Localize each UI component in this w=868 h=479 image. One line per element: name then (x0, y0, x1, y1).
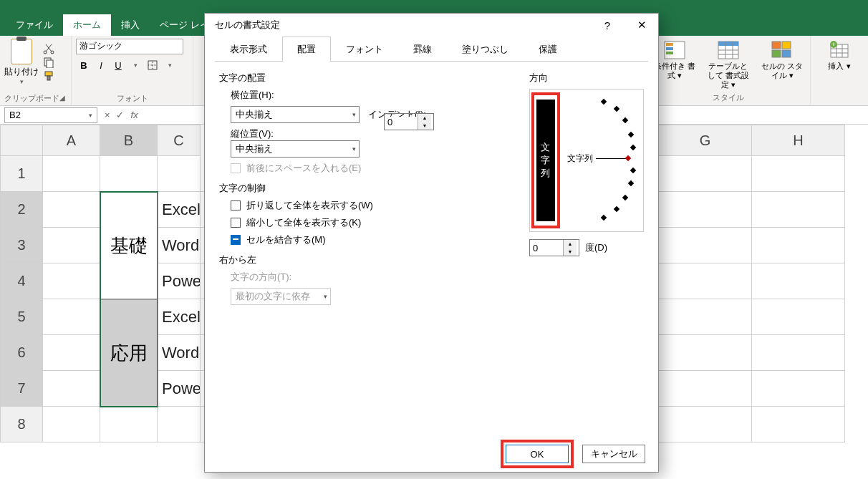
cell-B8[interactable] (100, 407, 158, 442)
degree-down[interactable]: ▼ (564, 248, 577, 256)
ok-button[interactable]: OK (506, 445, 569, 463)
fx-icon[interactable]: fx (131, 110, 138, 120)
merge-checkbox[interactable] (231, 235, 241, 245)
cell-A6[interactable] (43, 335, 100, 371)
name-box-dd-icon[interactable]: ▾ (89, 112, 92, 119)
cell-C8[interactable] (158, 407, 201, 442)
cell-G3[interactable] (659, 228, 752, 263)
cancel-button[interactable]: キャンセル (582, 445, 645, 463)
border-button[interactable] (145, 57, 160, 73)
cell-H1[interactable] (752, 156, 845, 192)
cell-G2[interactable] (659, 192, 752, 228)
cut-icon[interactable] (43, 43, 54, 54)
cell-G5[interactable] (659, 299, 752, 335)
text-direction-label: 文字の方向(T): (231, 271, 291, 284)
underline-button[interactable]: U (110, 57, 126, 73)
copy-icon[interactable] (43, 57, 54, 68)
italic-button[interactable]: I (93, 57, 109, 73)
dial-handle[interactable] (625, 155, 631, 161)
cell-H5[interactable] (752, 299, 845, 335)
row-header-3[interactable]: 3 (0, 228, 43, 263)
cell-H2[interactable] (752, 192, 845, 228)
dlg-tab-border[interactable]: 罫線 (398, 37, 447, 62)
cell-H4[interactable] (752, 263, 845, 299)
degree-up[interactable]: ▲ (564, 240, 577, 248)
format-table-button[interactable]: テーブルとして 書式設定 ▾ (705, 40, 751, 90)
merged-B2B4[interactable]: 基礎 (100, 192, 158, 299)
cell-A4[interactable] (43, 263, 100, 299)
row-header-6[interactable]: 6 (0, 335, 43, 371)
tab-file[interactable]: ファイル (6, 14, 63, 36)
indent-spinner[interactable]: ▲ ▼ (384, 113, 434, 130)
col-header-H[interactable]: H (752, 125, 845, 156)
select-all-corner[interactable] (0, 125, 43, 156)
dlg-tab-font[interactable]: フォント (331, 37, 398, 62)
formula-cancel-icon[interactable]: × (105, 110, 110, 120)
dlg-tab-protect[interactable]: 保護 (524, 37, 572, 62)
dialog-help-button[interactable]: ? (597, 16, 618, 34)
cell-G8[interactable] (659, 407, 752, 442)
cell-H6[interactable] (752, 335, 845, 371)
cell-A5[interactable] (43, 299, 100, 335)
cell-A3[interactable] (43, 228, 100, 263)
cell-C7[interactable]: PowerPoint (158, 371, 201, 407)
shrink-checkbox[interactable] (231, 218, 241, 228)
orientation-dial[interactable]: 文字列 (561, 89, 643, 231)
cell-H3[interactable] (752, 228, 845, 263)
dlg-tab-number[interactable]: 表示形式 (215, 37, 282, 62)
cell-G6[interactable] (659, 335, 752, 371)
row-header-5[interactable]: 5 (0, 299, 43, 335)
clipboard-launcher[interactable]: ◢ (59, 94, 67, 102)
wrap-checkbox[interactable] (231, 200, 241, 211)
name-box[interactable]: B2 ▾ (4, 107, 97, 123)
col-header-C[interactable]: C (158, 125, 201, 156)
cell-A7[interactable] (43, 371, 100, 407)
degree-spinner[interactable]: ▲ ▼ (529, 239, 579, 256)
format-painter-icon[interactable] (43, 70, 54, 82)
paste-button[interactable]: 貼り付け ▾ (4, 39, 39, 85)
merged-B5B7[interactable]: 応用 (100, 299, 158, 407)
bold-button[interactable]: B (76, 57, 92, 73)
indent-up[interactable]: ▲ (418, 114, 431, 122)
cell-G7[interactable] (659, 371, 752, 407)
col-header-A[interactable]: A (43, 125, 100, 156)
col-header-B[interactable]: B (100, 125, 158, 156)
cell-H8[interactable] (752, 407, 845, 442)
cell-A8[interactable] (43, 407, 100, 442)
tab-insert[interactable]: 挿入 (111, 14, 150, 36)
row-header-1[interactable]: 1 (0, 156, 43, 192)
cell-C4[interactable]: PowerPoint (158, 263, 201, 299)
cell-A2[interactable] (43, 192, 100, 228)
formula-confirm-icon[interactable]: ✓ (116, 110, 124, 120)
underline-dd[interactable]: ▾ (127, 57, 143, 73)
cell-C5[interactable]: Excel (158, 299, 201, 335)
row-header-7[interactable]: 7 (0, 371, 43, 407)
dlg-tab-alignment[interactable]: 配置 (282, 37, 331, 62)
insert-cells-button[interactable]: + 挿入 ▾ (815, 40, 864, 71)
col-header-G[interactable]: G (659, 125, 752, 156)
cell-G1[interactable] (659, 156, 752, 192)
vertical-combo[interactable]: 中央揃え ▾ (231, 140, 360, 158)
svg-rect-21 (772, 50, 781, 57)
degree-input[interactable] (530, 243, 563, 253)
tab-home[interactable]: ホーム (63, 14, 111, 36)
cell-styles-button[interactable]: セルの スタイル ▾ (759, 40, 806, 90)
font-name-combo[interactable]: 游ゴシック (76, 39, 183, 54)
horizontal-combo[interactable]: 中央揃え ▾ (231, 106, 360, 123)
cell-C3[interactable]: Word (158, 228, 201, 263)
dlg-tab-fill[interactable]: 塗りつぶし (447, 37, 524, 62)
row-header-4[interactable]: 4 (0, 263, 43, 299)
cell-A1[interactable] (43, 156, 100, 192)
indent-input[interactable] (385, 117, 418, 127)
row-header-8[interactable]: 8 (0, 407, 43, 442)
row-header-2[interactable]: 2 (0, 192, 43, 228)
indent-down[interactable]: ▼ (418, 122, 431, 130)
dialog-close-button[interactable]: ✕ (631, 16, 652, 34)
cell-C6[interactable]: Word (158, 335, 201, 371)
border-dd[interactable]: ▾ (162, 57, 178, 73)
cell-C2[interactable]: Excel (158, 192, 201, 228)
cell-B1[interactable] (100, 156, 158, 192)
cell-C1[interactable] (158, 156, 201, 192)
cell-G4[interactable] (659, 263, 752, 299)
cell-H7[interactable] (752, 371, 845, 407)
